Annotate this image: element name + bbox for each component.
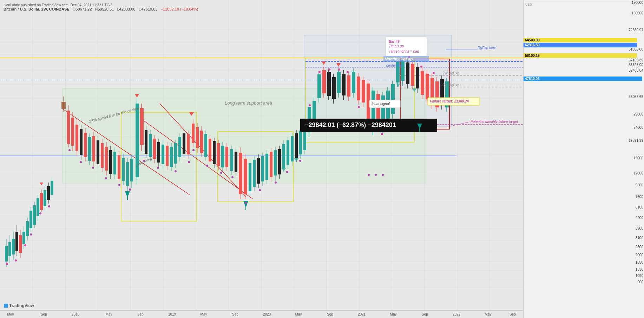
price-level-57169: 57169.39 <box>629 58 643 62</box>
svg-rect-283 <box>411 64 414 86</box>
svg-rect-221 <box>299 131 302 154</box>
svg-marker-86 <box>40 183 43 185</box>
date-label-may-2017: May <box>7 312 14 316</box>
svg-rect-191 <box>249 163 251 191</box>
svg-rect-239 <box>332 77 336 99</box>
ticker-label: Bitcoin / U.S. Dollar, 2W, COINBASE <box>4 7 70 11</box>
price-level-52403: 52403.64 <box>629 68 643 72</box>
price-level-2500: 2500 <box>636 245 643 249</box>
svg-rect-114 <box>118 155 120 179</box>
price-level-4900: 4900 <box>636 216 643 220</box>
svg-rect-129 <box>140 108 144 145</box>
svg-rect-166 <box>200 131 203 153</box>
svg-rect-172 <box>213 141 216 164</box>
svg-rect-140 <box>157 142 160 163</box>
svg-rect-176 <box>221 146 224 167</box>
svg-rect-185 <box>235 152 237 172</box>
svg-point-118 <box>80 161 82 163</box>
date-label-may-2018: May <box>106 312 112 316</box>
svg-text:9 bar signal: 9 bar signal <box>372 102 390 106</box>
price-level-3100: 3100 <box>636 236 643 240</box>
svg-rect-102 <box>92 136 95 161</box>
date-label-2019: 2019 <box>168 312 176 316</box>
svg-point-120 <box>105 177 107 179</box>
price-level-12000: 12000 <box>633 171 643 175</box>
svg-point-117 <box>68 149 71 151</box>
svg-rect-116 <box>122 158 125 181</box>
price-level-190000: 190000 <box>632 1 643 5</box>
svg-point-251 <box>338 68 340 71</box>
svg-rect-289 <box>426 74 429 99</box>
price-level-24000: 24000 <box>633 126 643 130</box>
svg-rect-94 <box>75 125 78 151</box>
date-label-sep-2019: Sep <box>232 312 238 316</box>
svg-rect-217 <box>291 136 294 161</box>
date-axis: May Sep 2018 May Sep 2019 May Sep 2020 M… <box>0 310 523 318</box>
svg-rect-189 <box>244 159 247 194</box>
svg-rect-203 <box>270 152 272 177</box>
svg-rect-72 <box>33 205 36 225</box>
svg-rect-195 <box>253 160 256 187</box>
date-label-2021: 2021 <box>358 312 366 316</box>
ohlc-open: O58671.22 <box>73 7 92 11</box>
svg-rect-100 <box>88 137 91 161</box>
svg-rect-63 <box>22 232 25 244</box>
svg-rect-138 <box>153 139 156 159</box>
date-label-sep-2020: Sep <box>327 312 333 316</box>
price-level-61333: 61333.00 <box>629 47 643 51</box>
svg-rect-215 <box>287 140 289 165</box>
svg-point-68 <box>24 244 26 246</box>
svg-rect-146 <box>170 147 173 167</box>
price-level-29000: 29000 <box>633 112 643 116</box>
svg-point-158 <box>175 170 177 172</box>
svg-rect-136 <box>149 134 152 157</box>
svg-point-210 <box>259 189 261 191</box>
svg-point-119 <box>92 167 94 169</box>
svg-rect-256 <box>357 77 360 100</box>
price-level-7600: 7600 <box>636 195 643 199</box>
svg-rect-78 <box>44 190 46 206</box>
svg-rect-125 <box>130 159 133 181</box>
svg-rect-59 <box>15 232 18 251</box>
candles-early <box>5 218 29 267</box>
svg-text:Monthly RgExp: Monthly RgExp <box>385 57 413 61</box>
ohlc-close: C47619.03 <box>139 7 158 11</box>
price-level-current: 47619.03 <box>524 77 642 81</box>
date-label-may-2022: May <box>485 312 492 316</box>
price-level-1090: 1090 <box>636 274 643 278</box>
svg-point-211 <box>275 181 277 184</box>
svg-rect-235 <box>322 70 326 93</box>
price-level-2000: 2000 <box>636 253 643 257</box>
svg-rect-152 <box>183 133 185 154</box>
date-label-sep-2017: Sep <box>41 312 47 316</box>
svg-point-83 <box>30 233 32 236</box>
date-label-sep-2021: Sep <box>422 312 428 316</box>
svg-line-318 <box>453 122 470 126</box>
svg-point-250 <box>328 68 330 71</box>
svg-point-249 <box>318 71 321 73</box>
svg-rect-148 <box>174 143 177 164</box>
price-level-15000: 15000 <box>633 156 643 160</box>
svg-rect-90 <box>67 111 70 144</box>
svg-text:Long term support area: Long term support area <box>225 100 272 106</box>
svg-rect-213 <box>282 144 285 168</box>
tradingview-logo: ▩ TradingView <box>4 303 34 308</box>
svg-rect-150 <box>178 137 181 157</box>
price-level-150000: 150000 <box>632 11 643 15</box>
svg-point-227 <box>299 160 301 162</box>
svg-text:centerLine: centerLine <box>386 64 403 67</box>
svg-text:Target not hit = bad: Target not hit = bad <box>389 49 419 53</box>
svg-text:2W RgExp: 2W RgExp <box>442 83 459 87</box>
chart-container: IvanLabrie published on TradingView.com,… <box>0 0 523 318</box>
svg-rect-241 <box>337 72 341 93</box>
svg-point-181 <box>220 172 222 174</box>
chart-header: IvanLabrie published on TradingView.com,… <box>4 3 198 11</box>
svg-rect-76 <box>40 193 43 210</box>
price-level-62916: 62916.50 <box>524 43 637 47</box>
price-level-36053: 36053.65 <box>629 95 643 99</box>
svg-rect-104 <box>97 140 99 164</box>
svg-point-248 <box>309 104 311 106</box>
svg-rect-233 <box>317 74 321 98</box>
svg-point-67 <box>15 259 17 261</box>
svg-point-84 <box>39 212 41 214</box>
